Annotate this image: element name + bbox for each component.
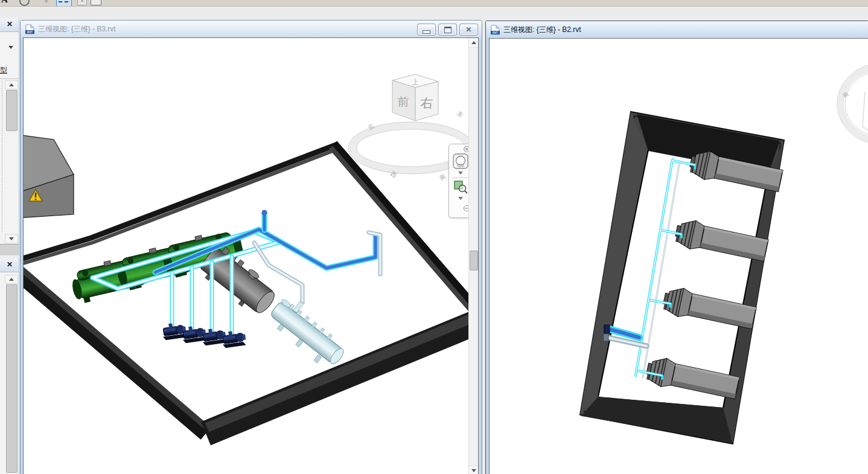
rvt-badge-label: RVT: [493, 31, 498, 34]
compass-label-ne: 东: [456, 110, 465, 119]
window-title: 三维视图: {三维} - B2.rvt: [503, 25, 581, 35]
vertical-scrollbar[interactable]: [468, 38, 478, 474]
sync-icon[interactable]: [19, 0, 30, 6]
dash-glyph: [65, 1, 68, 2]
add-icon[interactable]: +: [44, 0, 51, 4]
horizontal-scrollbar-fragment[interactable]: [0, 244, 19, 255]
browser-panel-header[interactable]: ✕: [0, 258, 19, 272]
navbar-close-icon[interactable]: [450, 146, 470, 153]
divider: [0, 78, 19, 79]
viewcube-right-label: 右: [421, 96, 433, 110]
viewcube-front-label: 前: [398, 95, 409, 108]
minimize-button[interactable]: [417, 24, 436, 36]
chevron-down-icon: [9, 237, 14, 240]
rvt-file-icon: RVT: [25, 24, 34, 34]
scroll-up-button[interactable]: [469, 38, 478, 48]
chevron-down-icon: [471, 469, 476, 472]
b2-3d-canvas[interactable]: 南: [490, 39, 868, 474]
zoom-expand-caret-icon[interactable]: [458, 197, 463, 200]
3d-view-client-area: 南: [489, 38, 868, 474]
close-icon[interactable]: ✕: [7, 20, 13, 28]
ribbon-toolbar-fragment: A + x: [0, 0, 868, 7]
active-tool-button[interactable]: [56, 0, 72, 7]
properties-panel-header[interactable]: ✕: [0, 18, 19, 32]
close-button[interactable]: ✕: [459, 24, 478, 36]
b3-3d-canvas[interactable]: 北 东 西 南 上 前 右: [24, 38, 469, 474]
import-tool-icon[interactable]: [91, 0, 101, 5]
window-titlebar[interactable]: RVT 三维视图: {三维} - B2.rvt: [486, 21, 868, 38]
chevron-up-icon: [9, 83, 14, 86]
text-tool-icon[interactable]: A: [1, 0, 8, 5]
document-window-b3: RVT 三维视图: {三维} - B3.rvt ✕: [20, 20, 482, 474]
scroll-up-button[interactable]: [5, 275, 18, 284]
close-icon: ✕: [465, 26, 471, 33]
lightblue-header-tank[interactable]: [264, 290, 354, 373]
rvt-badge-label: RVT: [27, 30, 33, 33]
restore-button[interactable]: [438, 24, 457, 36]
scroll-down-button[interactable]: [5, 234, 18, 243]
steering-wheel-icon[interactable]: [452, 153, 469, 170]
viewcube-partial[interactable]: 南: [837, 63, 868, 145]
window-titlebar[interactable]: RVT 三维视图: {三维} - B3.rvt ✕: [21, 21, 482, 37]
left-dock-strip: ✕ 型 ✕: [0, 18, 19, 474]
scrollbar-thumb[interactable]: [6, 90, 18, 131]
window-title: 三维视图: {三维} - B3.rvt: [38, 24, 116, 34]
scroll-down-button[interactable]: [469, 466, 478, 474]
minimize-icon: [423, 30, 430, 34]
navbar-expand-caret-icon[interactable]: [458, 171, 463, 175]
scrollbar-thumb[interactable]: [6, 284, 18, 473]
viewcube-top-label: 上: [412, 78, 419, 86]
type-selector-caret-icon[interactable]: [8, 46, 13, 49]
tree-connector-dots: [2, 81, 2, 233]
restore-icon: [444, 27, 452, 33]
3d-view-client-area: 北 东 西 南 上 前 右: [23, 37, 479, 474]
adjacent-massing-box: [24, 135, 74, 218]
edit-type-link[interactable]: 型: [0, 65, 7, 75]
scrollbar-thumb[interactable]: [470, 251, 478, 271]
project-browser-fragment: ✕: [0, 258, 19, 474]
properties-panel-fragment: ✕ 型: [0, 18, 19, 256]
delete-tool-icon[interactable]: x: [77, 0, 87, 5]
document-window-b2: RVT 三维视图: {三维} - B2.rvt: [485, 21, 868, 474]
compass-label-se: 南: [438, 173, 447, 182]
close-icon[interactable]: ✕: [7, 260, 13, 269]
rvt-file-icon: RVT: [491, 25, 500, 35]
navbar-options-icon[interactable]: [450, 204, 470, 213]
dash-glyph: [59, 1, 62, 2]
divider: [452, 178, 468, 178]
chevron-up-icon: [9, 278, 14, 281]
zoom-region-icon[interactable]: [453, 179, 468, 195]
scroll-up-button[interactable]: [5, 80, 18, 89]
chevron-up-icon: [471, 41, 476, 44]
